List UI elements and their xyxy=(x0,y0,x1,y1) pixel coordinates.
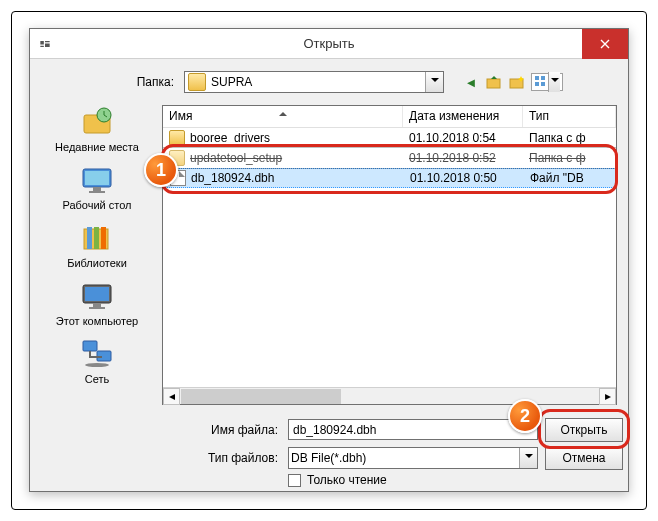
computer-icon xyxy=(80,279,114,313)
badge-1: 1 xyxy=(144,153,178,187)
svg-rect-13 xyxy=(87,227,92,249)
readonly-label: Только чтение xyxy=(307,473,387,487)
up-icon[interactable] xyxy=(485,73,503,91)
new-folder-icon[interactable] xyxy=(508,73,526,91)
file-name: booree_drivers xyxy=(190,131,270,145)
scroll-thumb[interactable] xyxy=(181,389,341,404)
place-label: Рабочий стол xyxy=(62,199,131,211)
scroll-right-icon[interactable]: ▸ xyxy=(599,388,616,405)
svg-rect-2 xyxy=(535,76,539,80)
file-type: Файл "DB xyxy=(524,171,615,185)
back-icon[interactable]: ◄ xyxy=(462,73,480,91)
readonly-checkbox[interactable]: Только чтение xyxy=(288,473,387,487)
col-date[interactable]: Дата изменения xyxy=(403,106,523,127)
svg-rect-11 xyxy=(89,191,105,193)
badge-2: 2 xyxy=(508,399,542,433)
folder-icon xyxy=(188,73,206,91)
network-icon xyxy=(80,337,114,371)
place-label: Этот компьютер xyxy=(56,315,138,327)
close-button[interactable] xyxy=(582,29,628,59)
place-libraries[interactable]: Библиотеки xyxy=(42,221,152,269)
svg-rect-4 xyxy=(535,82,539,86)
file-list[interactable]: Имя Дата изменения Тип booree_drivers 01… xyxy=(162,105,617,405)
place-network[interactable]: Сеть xyxy=(42,337,152,385)
file-type: Папка с ф xyxy=(523,131,616,145)
dialog-title: Открыть xyxy=(303,36,354,51)
list-item[interactable]: booree_drivers 01.10.2018 0:54 Папка с ф xyxy=(163,128,616,148)
cancel-button[interactable]: Отмена xyxy=(545,446,623,470)
chevron-down-icon[interactable] xyxy=(519,448,537,468)
places-bar: Недавние места Рабочий стол Библиотеки Э… xyxy=(42,105,152,395)
open-button[interactable]: Открыть xyxy=(545,418,623,442)
file-name: db_180924.dbh xyxy=(191,171,274,185)
svg-rect-14 xyxy=(94,227,99,249)
col-name[interactable]: Имя xyxy=(163,106,403,127)
file-date: 01.10.2018 0:54 xyxy=(403,131,523,145)
view-menu[interactable] xyxy=(531,73,563,91)
filetype-combo[interactable]: DB File(*.dbh) xyxy=(288,447,538,469)
horizontal-scrollbar[interactable]: ◂ ▸ xyxy=(163,387,616,404)
svg-rect-5 xyxy=(541,82,545,86)
place-computer[interactable]: Этот компьютер xyxy=(42,279,152,327)
svg-rect-10 xyxy=(93,187,101,191)
libraries-icon xyxy=(80,221,114,255)
folder-icon xyxy=(169,130,185,146)
svg-rect-9 xyxy=(85,171,109,185)
list-item-selected[interactable]: db_180924.dbh 01.10.2018 0:50 Файл "DB xyxy=(163,168,616,188)
desktop-icon xyxy=(80,163,114,197)
chevron-down-icon[interactable] xyxy=(425,72,443,92)
recent-icon xyxy=(80,105,114,139)
scroll-left-icon[interactable]: ◂ xyxy=(163,388,180,405)
app-icon xyxy=(38,37,52,51)
filename-label: Имя файла: xyxy=(194,423,282,437)
folder-label: Папка: xyxy=(130,75,178,89)
column-headers[interactable]: Имя Дата изменения Тип xyxy=(163,106,616,128)
svg-rect-17 xyxy=(85,287,109,301)
filename-input[interactable] xyxy=(288,419,538,440)
titlebar: Открыть xyxy=(30,29,628,59)
svg-point-22 xyxy=(85,363,109,367)
filetype-value: DB File(*.dbh) xyxy=(289,451,519,465)
open-dialog: Открыть Папка: SUPRA ◄ Недавние мес xyxy=(29,28,629,492)
checkbox-icon[interactable] xyxy=(288,474,301,487)
svg-rect-20 xyxy=(83,341,97,351)
file-date: 01.10.2018 0:50 xyxy=(404,171,524,185)
svg-rect-18 xyxy=(93,303,101,307)
col-type[interactable]: Тип xyxy=(523,106,616,127)
svg-rect-19 xyxy=(89,307,105,309)
svg-rect-3 xyxy=(541,76,545,80)
svg-rect-0 xyxy=(487,79,500,88)
place-label: Библиотеки xyxy=(67,257,127,269)
filetype-label: Тип файлов: xyxy=(194,451,282,465)
place-label: Недавние места xyxy=(55,141,139,153)
place-desktop[interactable]: Рабочий стол xyxy=(42,163,152,211)
folder-value: SUPRA xyxy=(209,75,425,89)
folder-combo[interactable]: SUPRA xyxy=(184,71,444,93)
svg-rect-15 xyxy=(101,227,106,249)
place-label: Сеть xyxy=(85,373,109,385)
place-recent[interactable]: Недавние места xyxy=(42,105,152,153)
